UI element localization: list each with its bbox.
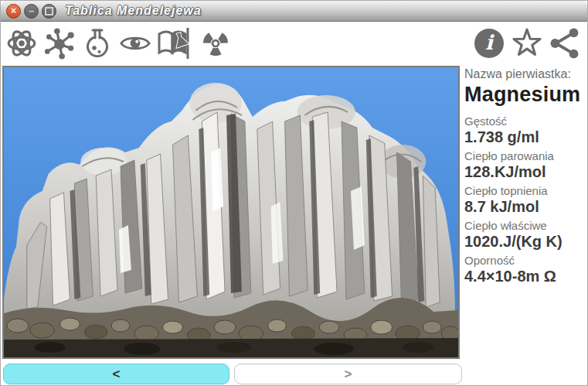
- toolbar: i: [1, 22, 587, 65]
- maximize-icon[interactable]: [42, 4, 56, 19]
- property-value: 8.7 kJ/mol: [464, 198, 586, 216]
- favorite-star-icon[interactable]: [511, 27, 543, 60]
- toolbar-left-group: [1, 27, 232, 60]
- close-icon[interactable]: ×: [6, 4, 21, 19]
- info-icon[interactable]: i: [473, 27, 505, 60]
- property-value: 1020.J/(Kg K): [464, 233, 586, 251]
- property-value: 128.KJ/mol: [464, 163, 586, 181]
- previous-element-button[interactable]: <: [3, 364, 229, 384]
- property-label: Ciepło topnienia: [464, 184, 586, 197]
- element-name-label: Nazwa pierwiastka:: [464, 67, 586, 81]
- toolbar-right-group: i: [473, 27, 587, 60]
- property-density: Gęstość 1.738 g/ml: [464, 114, 586, 146]
- chemistry-book-icon[interactable]: [157, 27, 194, 60]
- property-label: Ciepło właściwe: [464, 219, 586, 232]
- element-name: Magnesium: [464, 83, 586, 107]
- property-value: 1.738 g/ml: [464, 128, 586, 146]
- title-bar[interactable]: × – Tablica Mendelejewa: [1, 1, 587, 22]
- maximize-square-glyph: [45, 7, 53, 15]
- window-title: Tablica Mendelejewa: [65, 4, 202, 18]
- eye-icon[interactable]: [119, 27, 151, 60]
- property-label: Gęstość: [464, 114, 586, 128]
- element-photo: [2, 66, 460, 359]
- property-heat-of-vaporization: Ciepło parowania 128.KJ/mol: [464, 149, 586, 181]
- share-icon[interactable]: [549, 27, 581, 60]
- atom-icon[interactable]: [5, 27, 38, 60]
- property-resistivity: Oporność 4.4×10-8m Ω: [464, 254, 586, 285]
- radiation-icon[interactable]: [199, 27, 232, 60]
- property-label: Ciepło parowania: [464, 149, 586, 162]
- property-value: 4.4×10-8m Ω: [464, 268, 586, 285]
- molecule-icon[interactable]: [43, 27, 76, 60]
- element-info-panel: Nazwa pierwiastka: Magnesium Gęstość 1.7…: [464, 67, 586, 289]
- minimize-icon[interactable]: –: [24, 4, 39, 19]
- property-label: Oporność: [464, 254, 586, 267]
- app-window: × – Tablica Mendelejewa: [0, 0, 588, 386]
- next-element-button[interactable]: >: [234, 364, 462, 384]
- property-heat-of-fusion: Ciepło topnienia 8.7 kJ/mol: [464, 184, 586, 216]
- flask-icon[interactable]: [81, 27, 114, 60]
- property-specific-heat: Ciepło właściwe 1020.J/(Kg K): [464, 219, 586, 251]
